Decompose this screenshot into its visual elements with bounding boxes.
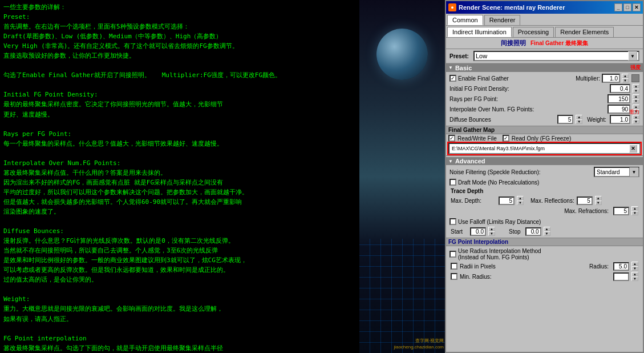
trace-depth-header: Trace Depth <box>451 188 638 194</box>
read-write-checkbox[interactable] <box>448 135 455 142</box>
radius-down[interactable]: ▼ <box>631 266 638 271</box>
read-only-checkbox[interactable] <box>503 135 509 142</box>
weight-value[interactable]: 1.0 <box>610 115 630 124</box>
rays-per-fg-label: Rays per FG Point: <box>449 96 605 102</box>
dialog-title: Render Scene: mental ray Renderer <box>459 4 565 11</box>
rays-per-fg-value[interactable]: 150 <box>607 94 630 103</box>
filepath-text: E:\MAX\CG\Mental Ray3.5\MAP\mix.fgm <box>452 146 628 151</box>
multiplier-down[interactable]: ▼ <box>622 78 629 83</box>
max-refr-row: Max. Refractions: 5 ▲ ▼ <box>451 206 638 216</box>
stop-spinner[interactable]: ▲ ▼ <box>544 227 550 236</box>
filepath-row[interactable]: E:\MAX\CG\Mental Ray3.5\MAP\mix.fgm ✕ <box>448 143 641 154</box>
use-falloff-row: Use Falloff (Limits Ray Distance) <box>448 217 641 226</box>
color-swatch[interactable] <box>631 74 639 82</box>
diffuse-up[interactable]: ▲ <box>576 115 582 119</box>
rays-down[interactable]: ▼ <box>633 99 639 103</box>
tab-row-1: Common Renderer <box>446 14 643 26</box>
diffuse-spinner[interactable]: ▲ ▼ <box>576 115 582 124</box>
preset-row: Preset: Low ▼ 首先调整 <box>446 49 643 63</box>
diffuse-value[interactable]: 5 <box>557 115 573 124</box>
initial-fg-value[interactable]: 0.4 <box>610 84 630 93</box>
rays-spinner[interactable]: ▲ ▼ <box>633 94 639 103</box>
close-button[interactable]: ✕ <box>633 3 641 11</box>
interpolate-value[interactable]: 90 <box>607 105 630 114</box>
trace-depth-section: Trace Depth Max. Depth: 5 ▲ ▼ Max. Refle… <box>448 187 641 217</box>
interpolate-row: Interpolate Over Num. FG Points: 90 ▲ ▼ <box>448 104 641 114</box>
min-radius-value[interactable] <box>613 272 629 281</box>
max-depth-label: Max. Depth: <box>451 198 496 204</box>
initial-fg-down[interactable]: ▼ <box>633 89 639 93</box>
maximize-button[interactable]: □ <box>623 3 631 11</box>
grid-floor <box>359 239 445 353</box>
noise-row: Noise Filtering (Speckle Reduction): Sta… <box>448 166 641 178</box>
noise-dropdown[interactable]: Standard ▼ <box>594 167 639 177</box>
rays-up[interactable]: ▲ <box>633 94 639 99</box>
preset-combo[interactable]: Low ▼ <box>473 51 639 61</box>
section-title-en: Final Gather 最终聚集 <box>530 39 588 47</box>
use-radius-checkbox[interactable] <box>449 251 456 258</box>
radius-up[interactable]: ▲ <box>631 262 638 266</box>
basic-group-header[interactable]: ▼ Basic 强度 <box>446 63 643 72</box>
initial-fg-spinner[interactable]: ▲ ▼ <box>633 84 639 93</box>
radii-pixels-checkbox[interactable] <box>451 263 457 270</box>
min-radius-spinner[interactable]: ▲ ▼ <box>631 272 638 281</box>
use-falloff-checkbox[interactable] <box>449 218 456 225</box>
start-spinner[interactable]: ▲ ▼ <box>488 227 495 236</box>
minimize-button[interactable]: _ <box>614 3 622 11</box>
left-panel: 一些主要参数的详解： Preset: 首先调整。在右边有一个选项栏，里面有5种预… <box>0 0 359 353</box>
max-refr-down[interactable]: ▼ <box>631 211 638 215</box>
max-refr-value[interactable]: 5 <box>613 207 629 215</box>
max-depth-value[interactable]: 5 <box>499 196 515 205</box>
radius-spinner[interactable]: ▲ ▼ <box>631 262 638 271</box>
max-refl-value[interactable]: 5 <box>577 196 593 205</box>
max-refr-spinner[interactable]: ▲ ▼ <box>631 206 638 215</box>
noise-label: Noise Filtering (Speckle Reduction): <box>449 169 592 175</box>
stop-up[interactable]: ▲ <box>544 227 550 231</box>
panel-content: Preset: Low ▼ 首先调整 ▼ Basic 强度 Enable Fin… <box>446 49 643 348</box>
min-radius-down[interactable]: ▼ <box>631 276 638 281</box>
min-radius-checkbox[interactable] <box>451 273 457 280</box>
min-radius-up[interactable]: ▲ <box>631 272 638 276</box>
stop-down[interactable]: ▼ <box>544 231 550 236</box>
weight-spinner[interactable]: ▲ ▼ <box>633 115 639 124</box>
multiplier-value[interactable]: 1.0 <box>602 74 620 83</box>
weight-down[interactable]: ▼ <box>633 119 639 124</box>
radii-row: Radii in Pixels Radius: 5.0 ▲ ▼ <box>448 261 641 271</box>
instead-label: (Instead of Num. FG Points) <box>458 254 541 260</box>
enable-fg-checkbox[interactable] <box>449 75 456 82</box>
diffuse-down[interactable]: ▼ <box>576 119 582 124</box>
rays-per-fg-row: Rays per FG Point: 150 ▲ ▼ <box>448 94 641 104</box>
advanced-group-header[interactable]: ▼ Advanced <box>446 157 643 165</box>
initial-fg-up[interactable]: ▲ <box>633 84 639 89</box>
tab-processing[interactable]: Processing <box>513 27 554 37</box>
start-label: Start <box>451 228 468 235</box>
max-depth-up[interactable]: ▲ <box>517 196 524 200</box>
stop-value[interactable]: 0.0 <box>525 227 541 236</box>
max-refr-label: Max. Refractions: <box>564 208 609 214</box>
start-value[interactable]: 0.0 <box>470 227 486 236</box>
noise-dropdown-arrow[interactable]: ▼ <box>629 167 638 176</box>
tab-renderer[interactable]: Renderer <box>484 15 521 25</box>
max-depth-spinner[interactable]: ▲ ▼ <box>517 196 524 205</box>
max-refl-up[interactable]: ▲ <box>595 196 602 200</box>
radius-value[interactable]: 5.0 <box>613 262 629 271</box>
max-refl-down[interactable]: ▼ <box>595 200 602 205</box>
tab-common[interactable]: Common <box>447 15 483 25</box>
filepath-clear-button[interactable]: ✕ <box>629 145 637 153</box>
advanced-label: Advanced <box>455 158 485 165</box>
preset-dropdown-arrow[interactable]: ▼ <box>628 51 637 61</box>
max-depth-down[interactable]: ▼ <box>517 200 524 205</box>
start-up[interactable]: ▲ <box>488 227 495 231</box>
multiplier-up[interactable]: ▲ <box>622 74 629 78</box>
title-buttons[interactable]: _ □ ✕ <box>614 3 641 11</box>
start-down[interactable]: ▼ <box>488 231 495 236</box>
max-refr-up[interactable]: ▲ <box>631 206 638 211</box>
tab-render-elements[interactable]: Render Elements <box>555 27 614 37</box>
tab-row-2: Indirect Illumination Processing Render … <box>446 26 643 38</box>
tab-indirect-illumination[interactable]: Indirect Illumination <box>447 27 512 37</box>
draft-mode-checkbox[interactable] <box>449 179 456 186</box>
max-depth-row: Max. Depth: 5 ▲ ▼ Max. Reflections: 5 ▲ … <box>451 195 638 206</box>
multiplier-spinner[interactable]: ▲ ▼ <box>622 74 629 83</box>
radius-label: Radius: <box>589 263 609 270</box>
max-refl-spinner[interactable]: ▲ ▼ <box>595 196 602 205</box>
